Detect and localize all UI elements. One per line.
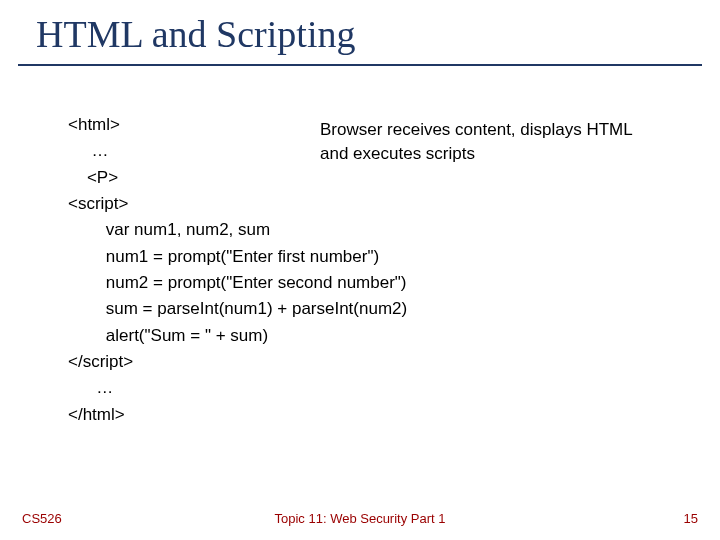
code-line: </html> (68, 402, 690, 428)
code-line: num1 = prompt("Enter first number") (68, 244, 690, 270)
slide-title: HTML and Scripting (18, 0, 702, 64)
code-line: <script> (68, 191, 690, 217)
code-content: <html> … <P> <script> var num1, num2, su… (68, 112, 690, 428)
code-line: </script> (68, 349, 690, 375)
code-line: alert("Sum = " + sum) (68, 323, 690, 349)
code-line: sum = parseInt(num1) + parseInt(num2) (68, 296, 690, 322)
code-line: <P> (68, 165, 690, 191)
footer-topic: Topic 11: Web Security Part 1 (0, 511, 720, 526)
footer-page-number: 15 (684, 511, 698, 526)
code-line: var num1, num2, sum (68, 217, 690, 243)
code-line: <html> (68, 112, 690, 138)
code-line: … (68, 375, 690, 401)
code-line: num2 = prompt("Enter second number") (68, 270, 690, 296)
code-line: … (68, 138, 690, 164)
